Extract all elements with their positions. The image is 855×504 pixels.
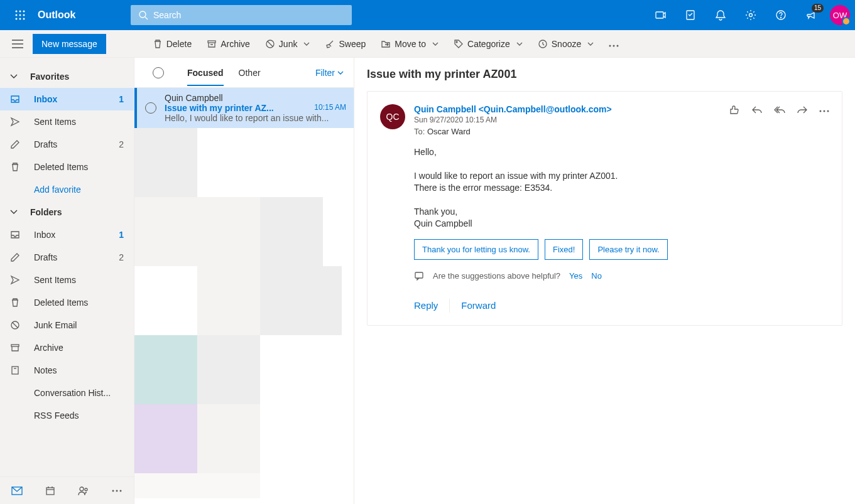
message-time: 10:15 AM bbox=[314, 103, 346, 113]
message-list: Focused Other Filter Quin Campbell Issue… bbox=[134, 58, 354, 504]
junk-button[interactable]: Junk bbox=[259, 30, 317, 58]
feedback-no[interactable]: No bbox=[591, 271, 602, 281]
tab-other[interactable]: Other bbox=[239, 60, 261, 86]
folder-rss[interactable]: RSS Feeds bbox=[0, 404, 134, 427]
folder-junk[interactable]: Junk Email bbox=[0, 314, 134, 336]
suggested-reply-1[interactable]: Thank you for letting us know. bbox=[414, 239, 538, 260]
sidebar-item-sent[interactable]: Sent Items bbox=[0, 110, 134, 133]
reply-link[interactable]: Reply bbox=[414, 300, 438, 311]
svg-line-10 bbox=[145, 17, 148, 19]
module-switcher bbox=[0, 476, 134, 504]
svg-point-22 bbox=[456, 41, 457, 43]
message-subject: Issue with my printer AZ... bbox=[165, 103, 274, 113]
brand-name: Outlook bbox=[35, 9, 131, 21]
email-subject: Issue with my printer AZ001 bbox=[367, 68, 842, 81]
email-date: Sun 9/27/2020 10:15 AM bbox=[414, 115, 729, 124]
svg-point-0 bbox=[16, 11, 18, 13]
feedback-question: Are the suggestions above helpful? bbox=[433, 271, 560, 281]
chevron-down-icon bbox=[10, 74, 18, 79]
svg-point-26 bbox=[617, 45, 619, 46]
hamburger-icon[interactable] bbox=[5, 40, 30, 48]
notifications-icon[interactable] bbox=[705, 0, 736, 30]
app-launcher-icon[interactable] bbox=[5, 0, 35, 30]
folders-section[interactable]: Folders bbox=[0, 201, 134, 223]
folder-notes[interactable]: Notes bbox=[0, 359, 134, 382]
message-list-placeholder bbox=[134, 128, 354, 504]
more-icon[interactable] bbox=[819, 104, 829, 136]
email-from: Quin Campbell <Quin.Campbell@outlook.com… bbox=[414, 104, 729, 114]
svg-point-37 bbox=[80, 487, 84, 491]
select-all-checkbox[interactable] bbox=[153, 67, 164, 78]
filter-button[interactable]: Filter bbox=[315, 68, 344, 78]
help-icon[interactable] bbox=[766, 0, 796, 30]
folder-deleted[interactable]: Deleted Items bbox=[0, 291, 134, 314]
forward-link[interactable]: Forward bbox=[461, 300, 496, 311]
sent-icon bbox=[10, 275, 20, 285]
more-modules-icon[interactable] bbox=[101, 477, 134, 504]
sidebar-item-inbox[interactable]: Inbox1 bbox=[0, 88, 134, 110]
like-icon[interactable] bbox=[729, 104, 740, 136]
feedback-icon bbox=[414, 271, 424, 281]
archive-button[interactable]: Archive bbox=[200, 30, 256, 58]
message-preview: Hello, I would like to report an issue w… bbox=[165, 113, 346, 123]
folder-conversation-history[interactable]: Conversation Hist... bbox=[0, 382, 134, 404]
people-module-icon[interactable] bbox=[67, 477, 101, 504]
message-checkbox[interactable] bbox=[145, 102, 156, 114]
command-toolbar: New message Delete Archive Junk Sweep Mo… bbox=[0, 30, 855, 58]
svg-line-21 bbox=[268, 41, 273, 46]
svg-rect-19 bbox=[208, 41, 215, 43]
message-item[interactable]: Quin Campbell Issue with my printer AZ..… bbox=[134, 88, 354, 128]
folder-sent[interactable]: Sent Items bbox=[0, 269, 134, 291]
svg-point-42 bbox=[820, 110, 822, 112]
sidebar-item-drafts[interactable]: Drafts2 bbox=[0, 133, 134, 156]
folder-inbox[interactable]: Inbox1 bbox=[0, 223, 134, 246]
mail-module-icon[interactable] bbox=[0, 477, 33, 504]
whats-new-icon[interactable]: 15 bbox=[796, 0, 826, 30]
search-box[interactable] bbox=[131, 5, 352, 25]
email-body: Hello, I would like to report an issue w… bbox=[414, 146, 829, 230]
reply-icon[interactable] bbox=[751, 104, 763, 136]
inbox-icon bbox=[10, 230, 20, 240]
chevron-down-icon bbox=[303, 42, 310, 46]
sender-avatar: QC bbox=[380, 104, 405, 129]
svg-point-41 bbox=[120, 490, 122, 491]
search-icon bbox=[138, 10, 148, 20]
settings-icon[interactable] bbox=[736, 0, 766, 30]
delete-button[interactable]: Delete bbox=[146, 30, 198, 58]
svg-point-43 bbox=[824, 110, 825, 112]
archive-icon bbox=[10, 343, 20, 353]
folder-drafts[interactable]: Drafts2 bbox=[0, 246, 134, 269]
svg-point-8 bbox=[23, 18, 25, 20]
more-actions-button[interactable] bbox=[602, 39, 625, 49]
tab-focused[interactable]: Focused bbox=[187, 60, 224, 86]
tasks-icon[interactable] bbox=[675, 0, 705, 30]
sidebar-item-deleted[interactable]: Deleted Items bbox=[0, 156, 134, 178]
chevron-down-icon bbox=[516, 42, 523, 46]
svg-point-38 bbox=[85, 488, 87, 491]
move-to-button[interactable]: Move to bbox=[374, 30, 445, 58]
snooze-button[interactable]: Snooze bbox=[531, 30, 600, 58]
notes-icon bbox=[10, 365, 20, 375]
svg-point-4 bbox=[19, 14, 21, 16]
reply-all-icon[interactable] bbox=[774, 104, 785, 136]
svg-point-3 bbox=[16, 14, 18, 16]
favorites-section[interactable]: Favorites bbox=[0, 65, 134, 88]
search-input[interactable] bbox=[153, 10, 344, 20]
svg-point-5 bbox=[23, 14, 25, 16]
teams-icon[interactable] bbox=[645, 0, 675, 30]
folder-sidebar: Favorites Inbox1 Sent Items Drafts2 Dele… bbox=[0, 58, 134, 504]
inbox-icon bbox=[10, 94, 20, 104]
suggested-reply-3[interactable]: Please try it now. bbox=[589, 239, 667, 260]
add-favorite-link[interactable]: Add favorite bbox=[0, 178, 134, 201]
folder-archive[interactable]: Archive bbox=[0, 336, 134, 359]
account-avatar[interactable]: OW bbox=[830, 5, 850, 25]
svg-point-13 bbox=[749, 14, 753, 17]
new-message-button[interactable]: New message bbox=[33, 34, 106, 54]
sweep-button[interactable]: Sweep bbox=[319, 30, 372, 58]
suggested-reply-2[interactable]: Fixed! bbox=[545, 239, 583, 260]
calendar-module-icon[interactable] bbox=[33, 477, 67, 504]
categorize-button[interactable]: Categorize bbox=[447, 30, 529, 58]
forward-icon[interactable] bbox=[797, 104, 808, 136]
svg-point-6 bbox=[16, 18, 18, 20]
feedback-yes[interactable]: Yes bbox=[569, 271, 582, 281]
